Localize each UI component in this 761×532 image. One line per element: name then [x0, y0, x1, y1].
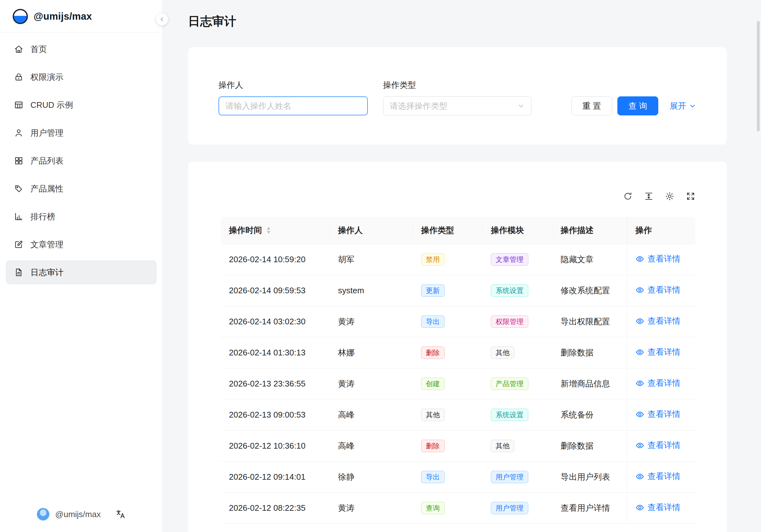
cell-type: 查询: [413, 493, 483, 524]
cell-module: 用户管理: [483, 462, 553, 493]
user-avatar[interactable]: [37, 508, 49, 521]
filter-card: 操作人 操作类型 请选择操作类型 重 置 查 询 展开: [188, 47, 727, 145]
translate-icon[interactable]: [115, 509, 126, 519]
cell-action: 查看详情: [627, 306, 695, 337]
cell-type: 导出: [413, 462, 483, 493]
view-detail-link[interactable]: 查看详情: [635, 253, 680, 265]
cell-action: 查看详情: [627, 337, 695, 368]
cell-time: 2026-02-12 09:14:01: [221, 462, 330, 493]
operation-type-tag: 删除: [421, 346, 444, 359]
file-icon: [14, 267, 24, 277]
cell-operator: 徐静: [330, 462, 413, 493]
sidebar-item-label: 用户管理: [30, 128, 63, 139]
view-detail-link[interactable]: 查看详情: [635, 440, 680, 451]
reset-button[interactable]: 重 置: [571, 96, 612, 115]
eye-icon: [635, 503, 644, 512]
cell-operator: 胡军: [330, 244, 413, 275]
operation-type-tag: 创建: [421, 378, 444, 390]
tag-icon: [14, 184, 24, 193]
footer-username: @umijs/max: [55, 509, 100, 519]
table-toolbar: [188, 162, 727, 201]
audit-log-table: 操作时间 操作人 操作类型 操作模块 操作描述: [221, 217, 695, 524]
sidebar-collapse-button[interactable]: [156, 13, 168, 26]
cell-action: 查看详情: [627, 493, 695, 524]
eye-icon: [635, 410, 644, 419]
cell-time: 2026-02-12 08:22:35: [221, 493, 330, 524]
umi-logo-icon: [13, 9, 28, 24]
setting-icon[interactable]: [665, 192, 674, 201]
view-detail-link[interactable]: 查看详情: [635, 284, 680, 295]
sidebar-item-label: 产品列表: [30, 155, 63, 166]
view-detail-link[interactable]: 查看详情: [635, 316, 680, 326]
cell-operator: 黄涛: [330, 368, 413, 399]
column-height-icon[interactable]: [644, 192, 654, 201]
cell-module: 用户管理: [483, 493, 553, 524]
cell-module: 产品管理: [483, 368, 553, 399]
sidebar-menu: 首页 权限演示 CRUD 示例 用户管理 产品列表 产品属性 排行榜 文章管理 …: [0, 33, 162, 508]
table-icon: [14, 100, 24, 110]
operation-type-tag: 导出: [421, 316, 444, 328]
sidebar-item-edit[interactable]: 文章管理: [6, 232, 157, 257]
eye-icon: [635, 379, 644, 388]
cell-operator: 林娜: [330, 337, 413, 368]
type-field-group: 操作类型 请选择操作类型: [383, 80, 531, 115]
module-tag: 产品管理: [491, 378, 528, 390]
module-tag: 权限管理: [491, 316, 528, 328]
sidebar-item-label: 首页: [30, 44, 47, 55]
lock-icon: [14, 72, 24, 82]
cell-time: 2026-02-14 01:30:13: [221, 337, 330, 368]
view-detail-link[interactable]: 查看详情: [635, 378, 680, 389]
cell-module: 系统设置: [483, 399, 553, 431]
cell-action: 查看详情: [627, 431, 695, 462]
cell-type: 其他: [413, 399, 483, 431]
table-row: 2026-02-14 09:59:53 system 更新 系统设置 修改系统配…: [221, 275, 695, 306]
cell-module: 其他: [483, 337, 553, 368]
operator-input[interactable]: [218, 96, 368, 115]
cell-action: 查看详情: [627, 462, 695, 493]
table-row: 2026-02-14 01:30:13 林娜 删除 其他 删除数据 查看详情: [221, 337, 695, 368]
sidebar-item-tag[interactable]: 产品属性: [6, 177, 157, 201]
cell-module: 文章管理: [483, 244, 553, 275]
operator-label: 操作人: [218, 80, 368, 91]
view-detail-label: 查看详情: [648, 440, 680, 451]
type-select[interactable]: 请选择操作类型: [383, 96, 531, 115]
sidebar-item-label: CRUD 示例: [30, 99, 73, 111]
view-detail-link[interactable]: 查看详情: [635, 502, 680, 513]
view-detail-link[interactable]: 查看详情: [635, 409, 680, 420]
operator-field-group: 操作人: [218, 80, 368, 115]
cell-desc: 新增商品信息: [553, 368, 627, 399]
sidebar-item-label: 文章管理: [30, 239, 63, 250]
table-row: 2026-02-12 08:22:35 黄涛 查询 用户管理 查看用户详情 查看…: [221, 493, 695, 524]
expand-link[interactable]: 展开: [670, 100, 696, 112]
cell-time: 2026-02-14 09:59:53: [221, 275, 330, 306]
cell-time: 2026-02-12 10:36:10: [221, 431, 330, 462]
cell-module: 其他: [483, 431, 553, 462]
appstore-icon: [14, 156, 24, 165]
table-row: 2026-02-13 09:00:53 高峰 其他 系统设置 系统备份 查看详情: [221, 399, 695, 431]
sidebar-item-home[interactable]: 首页: [6, 37, 157, 61]
sidebar-item-user[interactable]: 用户管理: [6, 121, 157, 145]
sidebar-item-table[interactable]: CRUD 示例: [6, 93, 157, 117]
view-detail-label: 查看详情: [648, 378, 680, 389]
module-tag: 系统设置: [491, 409, 528, 421]
table-body: 2026-02-14 10:59:20 胡军 禁用 文章管理 隐藏文章 查看详情…: [221, 244, 695, 524]
cell-desc: 查看用户详情: [553, 493, 627, 524]
sidebar-item-chart[interactable]: 排行榜: [6, 205, 157, 229]
sidebar-item-label: 权限演示: [30, 72, 63, 83]
view-detail-link[interactable]: 查看详情: [635, 471, 680, 482]
reload-icon[interactable]: [623, 192, 633, 201]
cell-desc: 导出用户列表: [553, 462, 627, 493]
cell-operator: 高峰: [330, 431, 413, 462]
page-scrollbar[interactable]: [757, 21, 760, 131]
sidebar-item-appstore[interactable]: 产品列表: [6, 149, 157, 173]
module-tag: 其他: [491, 440, 514, 452]
sidebar-item-file[interactable]: 日志审计: [6, 260, 157, 284]
main-content: 日志审计 操作人 操作类型 请选择操作类型 重 置 查 询 展: [163, 0, 761, 532]
query-button[interactable]: 查 询: [617, 96, 658, 115]
fullscreen-icon[interactable]: [686, 192, 695, 201]
eye-icon: [635, 317, 644, 325]
column-header-time[interactable]: 操作时间: [221, 217, 330, 244]
sidebar-item-lock[interactable]: 权限演示: [6, 65, 157, 89]
view-detail-link[interactable]: 查看详情: [635, 346, 680, 358]
cell-type: 禁用: [413, 244, 483, 275]
